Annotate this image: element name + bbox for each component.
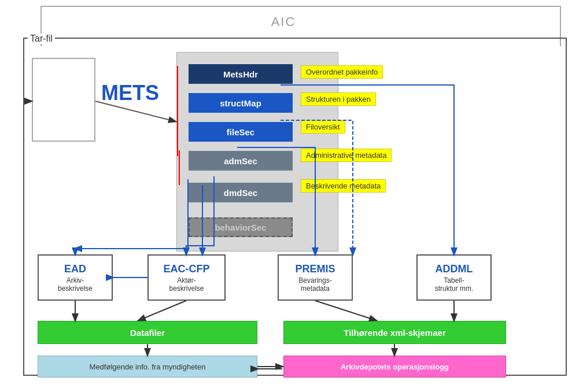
premis-box: PREMIS Bevarings-metadata: [278, 254, 353, 301]
premis-subtitle: Bevarings-metadata: [298, 276, 331, 293]
ead-box: EAD Arkiv-beskrivelse: [38, 254, 113, 301]
file-sec-item: fileSec: [189, 122, 293, 142]
operasjonslogg-box: Arkivdepotets operasjonslogg: [283, 356, 506, 378]
premis-title: PREMIS: [295, 263, 335, 275]
xml-box: Tilhørende xml-skjemaer: [283, 321, 506, 344]
mets-label: METS: [101, 81, 159, 105]
tarfil-label: Tar-fil: [28, 34, 55, 44]
behavior-sec-item: behaviorSec: [189, 217, 293, 237]
dmd-sec-item: dmdSec: [189, 183, 293, 202]
mets-hdr-item: MetsHdr: [189, 64, 293, 84]
adm-sec-item: admSec: [189, 151, 293, 171]
aic-title: AIC: [6, 14, 561, 29]
label-file-sec: Filoversikt: [301, 120, 345, 134]
eac-subtitle: Aktør-beskrivelse: [169, 276, 204, 293]
ead-title: EAD: [64, 263, 86, 275]
addml-subtitle: Tabell-struktur mm.: [435, 276, 474, 293]
addml-box: ADDML Tabell-struktur mm.: [416, 254, 492, 301]
label-mets-hdr: Overordnet pakkeinfo: [301, 65, 383, 79]
datafiler-box: Datafiler: [38, 321, 257, 344]
small-left-box: [32, 58, 95, 142]
medfolgene-box: Medfølgende info. fra myndigheten: [38, 356, 257, 378]
eac-title: EAC-CFP: [164, 263, 210, 275]
label-struct-map: Strukturen i pakken: [301, 93, 376, 106]
ead-subtitle: Arkiv-beskrivelse: [58, 276, 93, 293]
addml-title: ADDML: [436, 263, 473, 275]
label-dmd-sec: Beskrivende metadata: [301, 179, 386, 193]
label-adm-sec: Administrative metadata: [301, 149, 392, 162]
struct-map-item: structMap: [189, 93, 293, 113]
eac-box: EAC-CFP Aktør-beskrivelse: [147, 254, 226, 301]
